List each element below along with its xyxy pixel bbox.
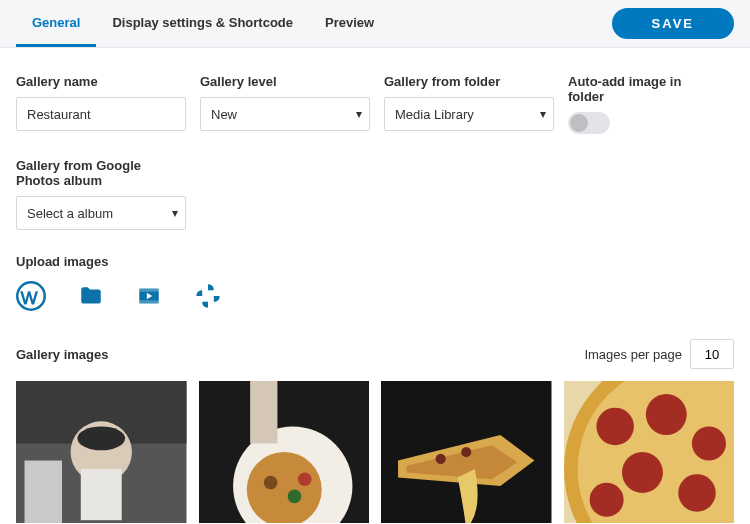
form-row-2: Gallery from Google Photos album ▾ [16,158,734,230]
svg-rect-3 [139,300,159,303]
gallery-grid [16,381,734,523]
toggle-knob [570,114,588,132]
group-gallery-level: Gallery level ▾ [200,74,370,134]
gallery-from-folder-select[interactable] [384,97,554,131]
svg-point-7 [77,426,125,450]
group-auto-add: Auto-add image in folder [568,74,718,134]
label-gallery-from-folder: Gallery from folder [384,74,554,89]
wordpress-icon[interactable] [16,281,46,311]
label-gallery-level: Gallery level [200,74,370,89]
svg-point-25 [596,408,634,446]
auto-add-toggle[interactable] [568,112,610,134]
images-per-page-label: Images per page [584,347,682,362]
gallery-item[interactable] [16,381,187,523]
svg-point-20 [436,454,446,464]
svg-point-30 [589,483,623,517]
tabs: General Display settings & Shortcode Pre… [16,0,390,47]
svg-point-21 [461,447,471,457]
gallery-thumbnail [564,381,735,523]
group-gallery-name: Gallery name [16,74,186,134]
upload-images-label: Upload images [16,254,734,269]
group-google-photos: Gallery from Google Photos album ▾ [16,158,186,230]
gallery-header: Gallery images Images per page [16,339,734,369]
upload-row [16,281,734,311]
folder-icon[interactable] [78,283,104,309]
svg-point-13 [263,476,277,490]
svg-point-14 [287,490,301,504]
tab-general[interactable]: General [16,0,96,47]
tab-display-settings[interactable]: Display settings & Shortcode [96,0,309,47]
svg-point-29 [678,474,716,512]
svg-point-27 [691,426,725,460]
gallery-item[interactable] [199,381,370,523]
content-area: Gallery name Gallery level ▾ Gallery fro… [0,48,750,523]
gallery-thumbnail [381,381,552,523]
save-button[interactable]: SAVE [612,8,734,39]
svg-point-28 [621,452,662,493]
gallery-thumbnail [199,381,370,523]
form-row-1: Gallery name Gallery level ▾ Gallery fro… [16,74,734,134]
svg-point-26 [645,394,686,435]
video-icon[interactable] [136,283,162,309]
gallery-item[interactable] [564,381,735,523]
tab-preview[interactable]: Preview [309,0,390,47]
images-per-page-input[interactable] [690,339,734,369]
google-photos-icon[interactable] [194,282,222,310]
label-google-photos: Gallery from Google Photos album [16,158,186,188]
gallery-name-input[interactable] [16,97,186,131]
header-bar: General Display settings & Shortcode Pre… [0,0,750,48]
group-gallery-from-folder: Gallery from folder ▾ [384,74,554,134]
label-gallery-name: Gallery name [16,74,186,89]
google-photos-select[interactable] [16,196,186,230]
svg-rect-8 [81,469,122,520]
gallery-thumbnail [16,381,187,523]
svg-point-15 [297,472,311,486]
gallery-item[interactable] [381,381,552,523]
svg-rect-9 [25,461,63,523]
gallery-level-select[interactable] [200,97,370,131]
gallery-images-label: Gallery images [16,347,109,362]
svg-rect-16 [250,381,277,443]
svg-rect-2 [139,288,159,291]
label-auto-add: Auto-add image in folder [568,74,718,104]
